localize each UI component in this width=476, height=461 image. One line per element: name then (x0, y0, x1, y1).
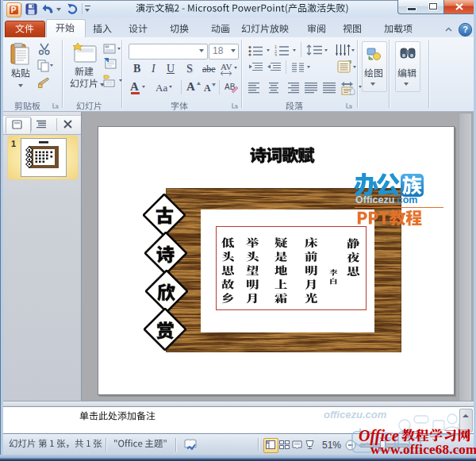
svg-text:3: 3 (274, 53, 277, 57)
